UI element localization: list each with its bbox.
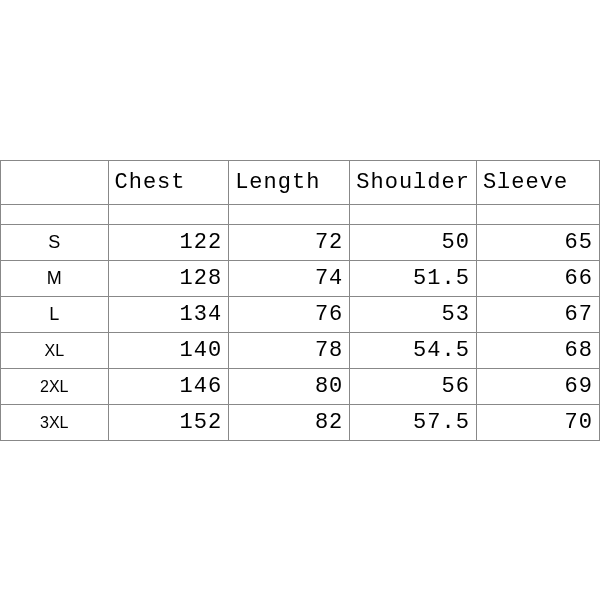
header-length: Length [229, 161, 350, 205]
cell-chest: 140 [108, 333, 229, 369]
header-shoulder: Shoulder [350, 161, 477, 205]
table-header-row: Chest Length Shoulder Sleeve [1, 161, 600, 205]
cell-shoulder: 54.5 [350, 333, 477, 369]
cell-shoulder: 57.5 [350, 405, 477, 441]
cell-size: L [1, 297, 109, 333]
cell-length: 76 [229, 297, 350, 333]
sizing-table: Chest Length Shoulder Sleeve S 122 72 50… [0, 160, 600, 441]
cell-length: 74 [229, 261, 350, 297]
cell-length: 72 [229, 225, 350, 261]
cell-chest: 152 [108, 405, 229, 441]
header-size [1, 161, 109, 205]
cell-sleeve: 65 [476, 225, 599, 261]
cell-sleeve: 67 [476, 297, 599, 333]
table-row: 2XL 146 80 56 69 [1, 369, 600, 405]
cell-shoulder: 50 [350, 225, 477, 261]
cell-size: 3XL [1, 405, 109, 441]
cell-sleeve: 66 [476, 261, 599, 297]
table-row: 3XL 152 82 57.5 70 [1, 405, 600, 441]
cell-chest: 134 [108, 297, 229, 333]
cell-shoulder: 51.5 [350, 261, 477, 297]
cell-chest: 146 [108, 369, 229, 405]
cell-size: XL [1, 333, 109, 369]
table-row: L 134 76 53 67 [1, 297, 600, 333]
cell-sleeve: 68 [476, 333, 599, 369]
cell-shoulder: 53 [350, 297, 477, 333]
cell-chest: 122 [108, 225, 229, 261]
sizing-table-container: Chest Length Shoulder Sleeve S 122 72 50… [0, 160, 600, 441]
cell-size: 2XL [1, 369, 109, 405]
cell-shoulder: 56 [350, 369, 477, 405]
cell-length: 80 [229, 369, 350, 405]
cell-length: 78 [229, 333, 350, 369]
header-chest: Chest [108, 161, 229, 205]
table-empty-row [1, 205, 600, 225]
cell-chest: 128 [108, 261, 229, 297]
table-row: M 128 74 51.5 66 [1, 261, 600, 297]
table-row: XL 140 78 54.5 68 [1, 333, 600, 369]
cell-sleeve: 69 [476, 369, 599, 405]
header-sleeve: Sleeve [476, 161, 599, 205]
cell-length: 82 [229, 405, 350, 441]
cell-size: S [1, 225, 109, 261]
cell-sleeve: 70 [476, 405, 599, 441]
table-row: S 122 72 50 65 [1, 225, 600, 261]
cell-size: M [1, 261, 109, 297]
